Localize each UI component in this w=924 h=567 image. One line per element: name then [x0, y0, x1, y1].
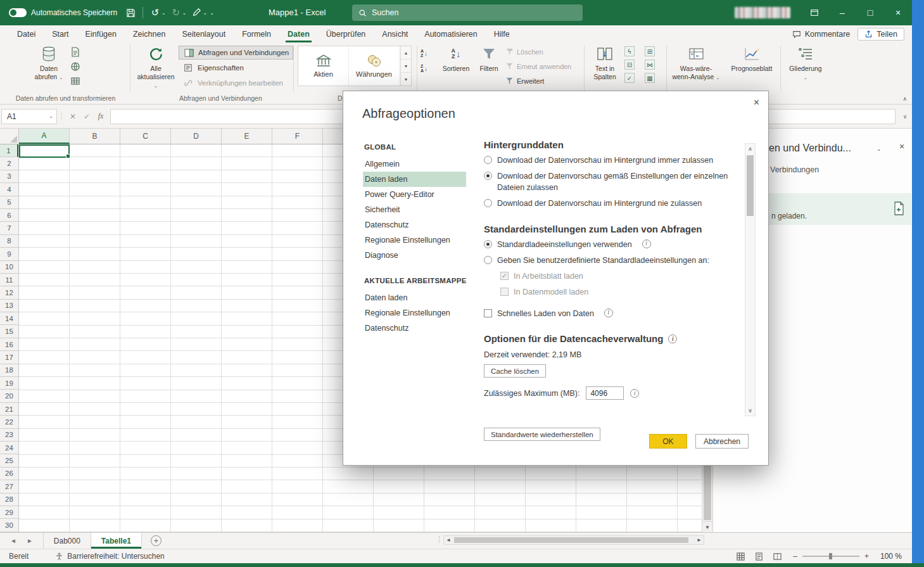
zoom-level[interactable]: 100 % [880, 552, 902, 561]
row-header-9[interactable]: 9 [0, 248, 18, 260]
sheet-tab-tabelle1[interactable]: Tabelle1 [91, 533, 142, 549]
forecast-sheet-button[interactable]: Prognoseblatt [728, 45, 775, 73]
remove-duplicates-icon[interactable]: ⊟ [624, 60, 635, 70]
queries-connections-button[interactable]: Abfragen und Verbindungen [179, 46, 293, 60]
close-pane-icon[interactable]: × [899, 141, 904, 151]
pane-tab-connections[interactable]: Verbindungen [770, 165, 819, 174]
scroll-down-icon[interactable]: ∨ [745, 405, 755, 416]
sheet-tab-dab000[interactable]: Dab000 [43, 533, 91, 549]
properties-button[interactable]: Eigenschaften [179, 61, 248, 75]
ribbon-tab-zeichnen[interactable]: Zeichnen [125, 25, 174, 42]
row-header-25[interactable]: 25 [0, 454, 18, 467]
row-header-6[interactable]: 6 [0, 209, 18, 222]
chevron-down-icon[interactable]: ⌄ [49, 113, 56, 119]
dialog-nav-workbook-daten-laden[interactable]: Daten laden [363, 290, 466, 305]
scroll-up-icon[interactable]: ∧ [745, 144, 755, 154]
consolidate-icon[interactable]: ⊞ [645, 46, 655, 56]
row-header-24[interactable]: 24 [0, 442, 18, 454]
row-header-19[interactable]: 19 [0, 377, 18, 390]
info-icon[interactable]: i [642, 239, 651, 248]
page-layout-view-icon[interactable] [755, 552, 763, 561]
dialog-nav-global-daten-laden[interactable]: Daten laden [363, 172, 466, 187]
horizontal-splitter[interactable]: ⋮ [436, 535, 443, 544]
radio-download-der-datenvorschau-im-hintergrund-nie-zulassen[interactable] [484, 199, 492, 207]
ok-button[interactable]: OK [649, 434, 687, 449]
autosave-toggle-pill[interactable] [9, 8, 27, 17]
collapse-ribbon-icon[interactable]: ∧ [902, 96, 907, 102]
flash-fill-icon[interactable]: ϟ [624, 46, 635, 56]
search-box[interactable]: Suchen [352, 4, 583, 21]
row-header-2[interactable]: 2 [0, 157, 18, 170]
ribbon-tab-formeln[interactable]: Formeln [234, 25, 279, 42]
row-header-16[interactable]: 16 [0, 338, 18, 351]
info-icon[interactable]: i [604, 309, 613, 317]
autosave-toggle[interactable]: Automatisches Speichern [0, 8, 123, 17]
column-header-a[interactable]: A [19, 129, 70, 144]
dialog-nav-global-diagnose[interactable]: Diagnose [363, 248, 466, 263]
ribbon-tab-start[interactable]: Start [44, 25, 77, 42]
row-header-7[interactable]: 7 [0, 222, 18, 234]
what-if-analysis-button[interactable]: Was-wäre-wenn-Analyse ⌄ [671, 45, 721, 81]
from-table-range-icon[interactable] [70, 75, 81, 87]
row-header-11[interactable]: 11 [0, 274, 18, 286]
close-dialog-icon[interactable]: × [754, 97, 759, 108]
row-header-28[interactable]: 28 [0, 494, 18, 506]
share-button[interactable]: Teilen [858, 28, 904, 41]
row-header-4[interactable]: 4 [0, 183, 18, 196]
radio-download-der-datenvorschau-gemäß-einstellungen-der-einzelnen-dateien-zulassen[interactable] [484, 172, 492, 180]
row-header-26[interactable]: 26 [0, 468, 18, 480]
from-text-csv-icon[interactable] [70, 46, 81, 58]
ribbon-tab-hilfe[interactable]: Hilfe [486, 25, 518, 42]
ribbon-display-options-icon[interactable] [801, 0, 828, 25]
ribbon-tab-überprüfen[interactable]: Überprüfen [318, 25, 374, 42]
ribbon-tab-daten[interactable]: Daten [279, 25, 318, 42]
pen-icon[interactable] [189, 5, 203, 20]
manage-data-model-icon[interactable]: ▦ [645, 73, 655, 83]
row-header-8[interactable]: 8 [0, 235, 18, 248]
next-sheet-icon[interactable]: ► [27, 537, 33, 544]
data-validation-icon[interactable]: ✓ [624, 73, 635, 83]
checkbox-row-schnelles-laden-von-daten[interactable]: Schnelles Laden von Dateni [484, 308, 746, 319]
checkbox-schnelles-laden-von-daten[interactable] [484, 309, 492, 317]
row-header-1[interactable]: 1 [0, 144, 18, 157]
ribbon-tab-ansicht[interactable]: Ansicht [374, 25, 416, 42]
zoom-slider[interactable]: – + [793, 552, 869, 561]
dialog-nav-workbook-regionale-einstellungen[interactable]: Regionale Einstellungen [363, 305, 466, 321]
row-header-13[interactable]: 13 [0, 300, 18, 312]
gallery-more-icon[interactable]: ▼ [401, 73, 411, 86]
comments-button[interactable]: Kommentare [792, 30, 851, 39]
radio-row-standardladeeinstellungen-verwenden[interactable]: Standardladeeinstellungen verwendeni [484, 239, 746, 250]
row-header-15[interactable]: 15 [0, 325, 18, 338]
minimize-button[interactable]: – [828, 0, 856, 25]
max-cache-input[interactable] [586, 386, 624, 400]
radio-row-download-der-datenvorschau-im-hintergrund-nie-zulassen[interactable]: Download der Datenvorschau im Hintergrun… [484, 198, 746, 209]
restore-defaults-button[interactable]: Standardwerte wiederherstellen [484, 428, 600, 441]
advanced-filter-button[interactable]: Erweitert [505, 77, 544, 85]
get-data-button[interactable]: Daten abrufen ⌄ [29, 45, 68, 81]
normal-view-icon[interactable] [737, 552, 745, 561]
new-sheet-icon[interactable]: + [151, 535, 161, 546]
ribbon-tab-datei[interactable]: Datei [9, 25, 44, 42]
relationships-icon[interactable]: ⋈ [645, 60, 655, 70]
chevron-down-icon[interactable]: ⌄ [877, 146, 882, 152]
row-header-29[interactable]: 29 [0, 506, 18, 519]
radio-geben-sie-benutzerdefinierte-standardladeeinstellungen-an[interactable] [484, 256, 492, 264]
refresh-all-button[interactable]: Alle aktualisieren ⌄ [136, 45, 176, 89]
text-to-columns-button[interactable]: Text in Spalten [588, 45, 622, 81]
dialog-scrollbar-thumb[interactable] [747, 155, 754, 216]
zoom-in-icon[interactable]: + [864, 552, 869, 561]
close-button[interactable]: × [884, 0, 912, 25]
radio-row-download-der-datenvorschau-gemäß-einstellungen-der-einzelnen-dateien-zulassen[interactable]: Download der Datenvorschau gemäß Einstel… [484, 170, 746, 193]
select-all-corner[interactable] [0, 129, 19, 144]
column-header-e[interactable]: E [222, 129, 272, 144]
horizontal-scrollbar[interactable]: ◄ ► [443, 535, 704, 545]
row-header-18[interactable]: 18 [0, 364, 18, 377]
currencies-data-type[interactable]: Währungen [349, 46, 400, 86]
ribbon-tab-seitenlayout[interactable]: Seitenlayout [174, 25, 234, 42]
save-icon[interactable] [123, 5, 137, 20]
radio-row-download-der-datenvorschau-im-hintergrund-immer-zulassen[interactable]: Download der Datenvorschau im Hintergrun… [484, 155, 746, 166]
row-header-22[interactable]: 22 [0, 416, 18, 428]
outline-button[interactable]: Gliederung ⌄ [787, 45, 824, 81]
clear-cache-button[interactable]: Cache löschen [484, 364, 546, 378]
undo-icon[interactable]: ↺ [148, 5, 162, 20]
